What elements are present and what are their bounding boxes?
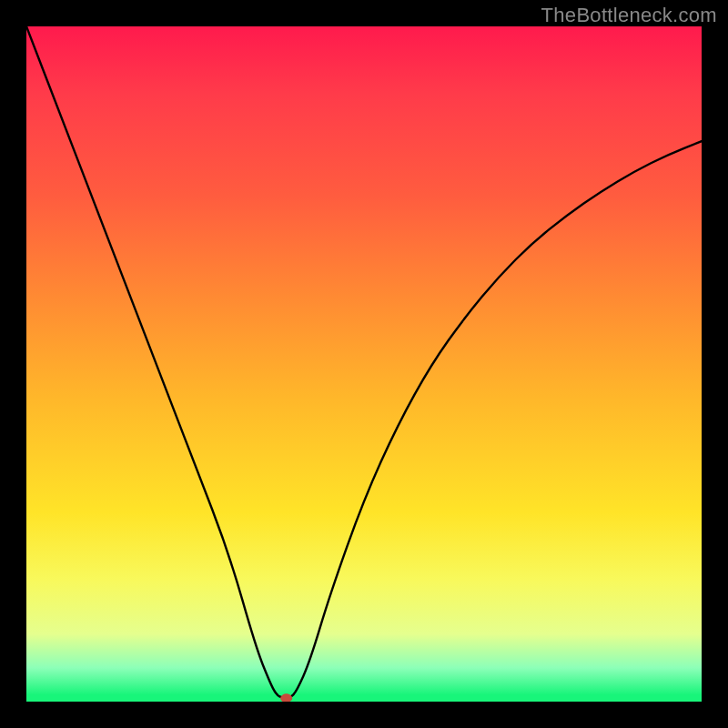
bottleneck-curve [26,26,702,698]
watermark-text: TheBottleneck.com [541,4,717,27]
minimum-marker [281,694,292,702]
chart-svg [26,26,702,702]
chart-area [26,26,702,702]
